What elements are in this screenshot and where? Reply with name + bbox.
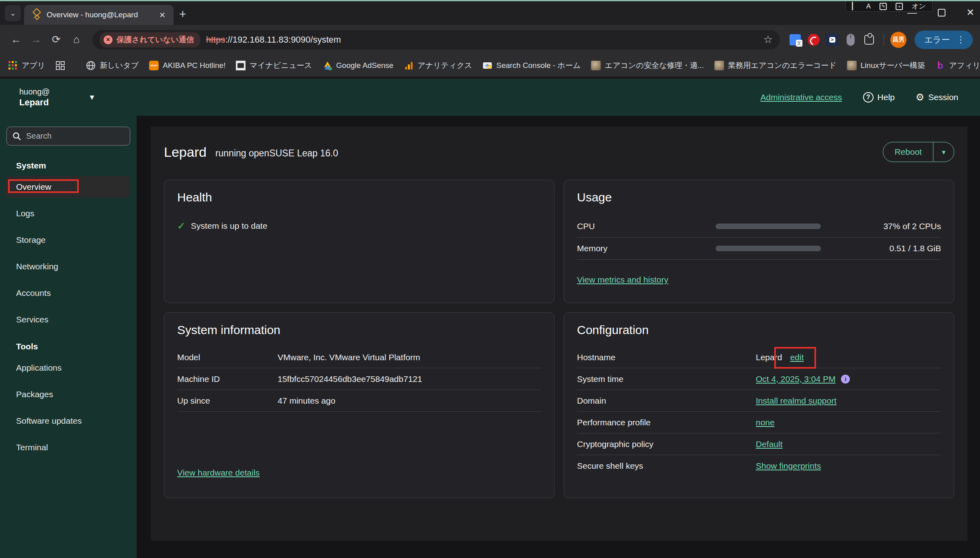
ime-mode-letter[interactable]: A — [866, 2, 871, 10]
cockpit-favicon-icon — [31, 9, 42, 21]
overview-panel: Lepard running openSUSE Leap 16.0 Reboot… — [151, 127, 968, 541]
bookmark-afb[interactable]: b アフィリエイトなら「afb - アフ... — [935, 60, 980, 71]
domain-link[interactable]: Install realmd support — [756, 396, 837, 406]
cat-photo-icon — [714, 61, 724, 70]
antivirus-extension-icon[interactable] — [806, 32, 822, 48]
masthead-hostname: Lepard — [19, 97, 50, 108]
view-hardware-link[interactable]: View hardware details — [177, 468, 541, 478]
sidebar-item-terminal[interactable]: Terminal — [0, 437, 137, 458]
sidebar-item-overview[interactable]: Overview — [5, 176, 129, 198]
ime-pen-icon[interactable]: ✎ — [880, 3, 887, 10]
bookmark-akiba[interactable]: AKIBA AKIBA PC Hotline! — [149, 61, 225, 70]
bookmark-new-tab[interactable]: 新しいタブ — [86, 60, 139, 71]
bookmark-search-console[interactable]: Search Console - ホーム — [483, 60, 581, 71]
bookmark-label: アフィリエイトなら「afb - アフ... — [949, 60, 980, 71]
window-minimize-button[interactable]: — — [907, 7, 917, 18]
browser-tab[interactable]: Overview - huong@Lepard ✕ — [24, 5, 174, 25]
sidebar-item-logs[interactable]: Logs — [0, 203, 137, 224]
tab-search-chevron-icon[interactable]: ⌄ — [5, 5, 21, 21]
bookmark-apps[interactable]: アプリ — [8, 60, 45, 71]
reboot-button[interactable]: Reboot — [883, 142, 933, 162]
bookmark-analytics[interactable]: アナリティクス — [404, 60, 472, 71]
home-icon[interactable]: ⌂ — [68, 31, 85, 49]
up-since-value: 47 minutes ago — [278, 396, 336, 406]
bookmark-label: Google AdSense — [336, 61, 394, 70]
crypto-policy-row: Cryptographic policy Default — [577, 433, 941, 455]
bookmark-aircon-repair[interactable]: エアコンの安全な修理・適... — [591, 60, 704, 71]
cpu-row: CPU 37% of 2 CPUs — [577, 215, 941, 238]
help-icon: ? — [863, 92, 874, 103]
sidebar-nav: System Overview Logs Storage Networking … — [0, 151, 137, 458]
search-console-icon — [483, 61, 492, 70]
performance-profile-link[interactable]: none — [756, 418, 775, 427]
performance-profile-row: Performance profile none — [577, 412, 941, 433]
cat-photo-icon — [591, 61, 601, 70]
ssh-keys-row: Secure shell keys Show fingerprints — [577, 455, 941, 477]
bookmark-reading-list[interactable] — [55, 61, 65, 70]
browser-menu-icon[interactable]: ⋮ — [956, 35, 966, 45]
sidebar-search[interactable] — [6, 127, 130, 146]
annotation-box-edit — [774, 347, 816, 369]
search-input[interactable] — [26, 131, 124, 141]
sidebar-item-packages[interactable]: Packages — [0, 384, 137, 405]
bookmark-aircon-error[interactable]: 業務用エアコンのエラーコード — [714, 60, 837, 71]
sidebar-item-services[interactable]: Services — [0, 309, 137, 330]
chat-extension-icon[interactable]: > — [824, 32, 840, 48]
profile-error-button[interactable]: エラー ⋮ — [915, 31, 973, 49]
cockpit-masthead: huong@ Lepard ▼ Administrative access ? … — [0, 79, 980, 116]
tab-close-icon[interactable]: ✕ — [157, 10, 168, 21]
cpu-label: CPU — [577, 222, 716, 231]
main-area: Lepard running openSUSE Leap 16.0 Reboot… — [137, 116, 980, 558]
bookmark-label: Search Console - ホーム — [496, 60, 581, 71]
administrative-access-link[interactable]: Administrative access — [760, 92, 842, 102]
configuration-title: Configuration — [577, 323, 941, 337]
forward-icon[interactable]: → — [27, 31, 45, 49]
window-maximize-button[interactable] — [938, 9, 945, 16]
akiba-icon: AKIBA — [149, 61, 159, 70]
url-text[interactable]: https://192.168.11.83:9090/system — [206, 35, 758, 45]
reload-icon[interactable]: ⟳ — [47, 31, 65, 49]
back-icon[interactable]: ← — [7, 31, 25, 49]
window-close-button[interactable]: ✕ — [966, 7, 974, 18]
bookmark-adsense[interactable]: Google AdSense — [323, 61, 394, 70]
sidebar: System Overview Logs Storage Networking … — [0, 116, 137, 558]
not-secure-badge[interactable]: ✕ 保護されていない通信 — [100, 32, 201, 47]
ime-add-icon[interactable]: + — [896, 3, 903, 10]
profile-avatar[interactable]: 昌男 — [890, 32, 906, 48]
toolbar-divider — [884, 34, 884, 46]
bookmark-mynavi[interactable]: マイナビニュース — [236, 60, 312, 71]
bookmark-star-icon[interactable]: ☆ — [763, 33, 773, 46]
help-menu[interactable]: ? Help — [863, 92, 895, 103]
adsense-icon — [323, 61, 332, 70]
sidebar-item-networking[interactable]: Networking — [0, 256, 137, 277]
mouse-gesture-extension-icon[interactable] — [843, 32, 859, 48]
crypto-policy-link[interactable]: Default — [756, 439, 783, 449]
bookmark-linux-server[interactable]: Linuxサーバー構築 — [847, 60, 925, 71]
host-switcher[interactable]: huong@ Lepard ▼ — [0, 87, 137, 108]
nav-section-tools: Tools — [0, 335, 137, 357]
extensions-puzzle-icon[interactable] — [861, 32, 877, 48]
annotation-box-overview — [8, 179, 79, 193]
cpu-progressbar — [716, 224, 821, 229]
sidebar-item-software-updates[interactable]: Software updates — [0, 410, 137, 432]
view-metrics-link[interactable]: View metrics and history — [577, 275, 941, 285]
sidebar-item-storage[interactable]: Storage — [0, 229, 137, 251]
ssh-keys-link[interactable]: Show fingerprints — [756, 461, 821, 471]
address-bar[interactable]: ✕ 保護されていない通信 https://192.168.11.83:9090/… — [92, 30, 780, 49]
system-time-link[interactable]: Oct 4, 2025, 3:04 PM — [756, 374, 835, 384]
memory-label: Memory — [577, 244, 716, 253]
health-title: Health — [177, 191, 541, 204]
translate-extension-icon[interactable] — [787, 32, 803, 48]
model-value: VMware, Inc. VMware Virtual Platform — [278, 353, 420, 362]
hostname-row: Hostname Lepard edit — [577, 347, 941, 368]
ime-caret-icon: ▏ — [852, 2, 857, 10]
session-menu[interactable]: ⚙ Session — [916, 92, 958, 103]
reboot-dropdown-toggle[interactable]: ▼ — [933, 142, 954, 162]
url-rest: ://192.168.11.83:9090/system — [225, 35, 341, 45]
sidebar-item-applications[interactable]: Applications — [0, 357, 137, 379]
sidebar-item-accounts[interactable]: Accounts — [0, 282, 137, 304]
window-controls: — ✕ — [907, 7, 974, 18]
analytics-bars-icon — [404, 61, 413, 70]
info-icon[interactable]: i — [841, 375, 850, 384]
new-tab-button[interactable]: + — [179, 8, 186, 20]
